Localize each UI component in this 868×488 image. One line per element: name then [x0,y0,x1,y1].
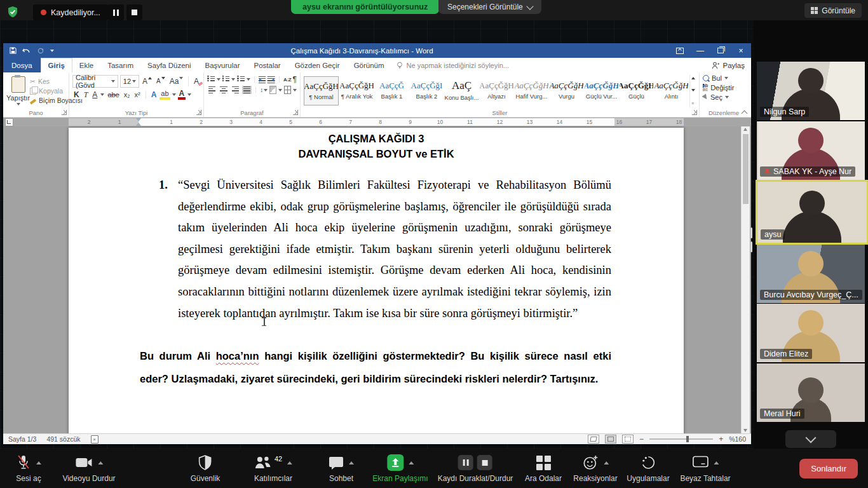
style-heading1[interactable]: AaÇçĞBaşlık 1 [375,76,409,104]
zoom-slider-thumb[interactable] [686,436,689,442]
participant-tile[interactable]: Nilgun Sarp [757,62,865,120]
vertical-scrollbar[interactable] [741,126,750,433]
caret-up-icon[interactable] [287,461,292,464]
show-paragraph-marks-icon[interactable]: ¶ [293,75,297,84]
style-heading2[interactable]: AaÇçĞğIBaşlık 2 [410,76,444,104]
share-button[interactable]: Paylaş [712,58,745,72]
view-button[interactable]: Görüntüle [804,3,862,18]
align-center-button[interactable] [219,86,228,94]
text-effects-button[interactable]: A [150,90,158,99]
scroll-participants-down-button[interactable] [785,430,836,448]
shading-button-icon[interactable] [269,86,276,94]
whiteboards-button[interactable]: Beyaz Tahtalar [680,453,730,483]
strikethrough-button[interactable]: abe [106,90,120,99]
tell-me-box[interactable]: Ne yapmak istediğinizi söyleyin... [397,58,509,72]
pause-stop-recording-button[interactable]: Kaydı Duraklat/Durdur [438,453,513,483]
panel-resize-handle[interactable] [750,227,752,252]
zoom-in-button[interactable]: + [719,435,723,444]
ruler[interactable]: 2 1 1 2 3 4 5 6 7 8 9 10 11 12 13 [3,118,751,126]
caret-up-icon[interactable] [349,461,354,464]
reactions-button[interactable]: Reaksiyonlar [573,453,617,483]
participant-tile-active-speaker[interactable]: aysu [756,180,868,245]
numbering-button-icon[interactable] [222,76,230,83]
chevron-down-icon[interactable] [293,89,297,92]
redo-button-icon[interactable] [37,47,44,54]
restore-button[interactable] [710,43,731,58]
change-case-button[interactable]: Aa [168,77,185,86]
bullets-button-icon[interactable] [207,76,215,83]
ruler-strip[interactable]: 2 1 1 2 3 4 5 6 7 8 9 10 11 12 13 [69,118,684,126]
qat-customize-icon[interactable] [50,50,54,52]
tab-ekle[interactable]: Ekle [72,58,100,72]
clear-formatting-button[interactable]: A [193,77,200,86]
zoom-slider[interactable] [649,438,713,440]
superscript-button[interactable]: x² [133,90,142,99]
underline-button[interactable]: A [91,90,98,99]
security-button[interactable]: Güvenlik [191,453,220,483]
share-screen-button[interactable]: Ekran Paylaşımı [372,453,428,483]
unmute-button[interactable]: Sesi aç [16,453,41,483]
sort-button-icon[interactable]: A↓Z [283,77,291,83]
font-color-button[interactable]: A [178,90,186,100]
word-count[interactable]: 491 sözcük [46,435,80,443]
find-button[interactable]: Bul [703,74,745,82]
participant-tile[interactable]: Burcu Avcıbay Vurgeç_Ç... [757,245,865,303]
subscript-button[interactable]: x₂ [123,90,132,99]
styles-scroll-down-icon[interactable] [691,89,695,92]
decrease-indent-icon[interactable] [259,76,266,83]
tab-postalar[interactable]: Postalar [247,58,287,72]
chevron-down-icon[interactable] [231,78,235,81]
increase-indent-icon[interactable] [268,76,275,83]
chat-button[interactable]: Sohbet [329,453,354,483]
style-quote[interactable]: AaÇçĞğHAlıntı [654,76,688,104]
caret-up-icon[interactable] [98,461,103,464]
read-mode-button[interactable] [588,435,599,444]
dialog-launcher-icon[interactable] [293,110,298,115]
apps-button[interactable]: Uygulamalar [627,453,669,483]
align-right-button[interactable] [231,86,240,94]
style-subtitle[interactable]: AaÇçĞğHAltyazı [480,76,513,104]
zoom-out-button[interactable]: − [639,435,644,444]
scroll-up-arrow-icon[interactable] [743,128,747,131]
shrink-font-button[interactable]: A [155,77,166,86]
tab-tasarim[interactable]: Tasarım [100,58,140,72]
paste-button[interactable]: Yapıştır [6,75,30,107]
dialog-launcher-icon[interactable] [692,110,697,115]
minimize-button[interactable]: — [690,43,710,58]
style-normal[interactable]: AaÇçĞğH¶ Normal [304,76,339,105]
tab-dosya[interactable]: Dosya [3,58,41,72]
tab-sayfa-duzeni[interactable]: Sayfa Düzeni [140,58,198,72]
encryption-shield-icon[interactable] [5,4,20,20]
style-intense-emphasis[interactable]: AaÇçĞğHGüçlü Vur... [585,76,618,104]
chevron-down-icon[interactable] [100,93,104,96]
justify-button[interactable] [242,86,252,94]
font-name-combo[interactable]: Calibri (Gövd [72,75,118,88]
participant-tile[interactable]: SABAK YK - Ayşe Nur [757,121,865,180]
caret-up-icon[interactable] [36,461,41,464]
italic-button[interactable]: T [83,90,90,99]
dialog-launcher-icon[interactable] [62,110,67,115]
scroll-down-arrow-icon[interactable] [743,429,747,432]
collapse-ribbon-button[interactable] [740,109,749,116]
tab-basvurular[interactable]: Başvurular [198,58,247,72]
breakout-rooms-button[interactable]: Ara Odalar [525,453,562,483]
undo-button-icon[interactable] [22,47,31,54]
chevron-down-icon[interactable] [278,89,282,92]
caret-up-icon[interactable] [604,461,609,464]
proofing-errors-icon[interactable]: × [91,435,98,444]
font-size-combo[interactable]: 12 [120,75,139,88]
replace-button[interactable]: abacDeğiştir [703,84,745,92]
stop-record-icon[interactable] [477,455,492,470]
paste-dropdown-icon[interactable] [17,103,20,105]
chevron-down-icon[interactable] [187,93,191,96]
indent-marker[interactable] [136,118,142,126]
pause-record-icon[interactable] [458,455,473,470]
line-spacing-button[interactable]: ↕ [260,86,268,93]
align-left-button[interactable] [207,86,217,94]
view-options-button[interactable]: Seçenekleri Görüntüle [438,0,541,14]
borders-button-icon[interactable] [284,86,291,94]
dialog-launcher-icon[interactable] [196,110,201,115]
styles-more-icon[interactable]: ≡ [691,101,695,105]
chevron-down-icon[interactable] [247,78,250,81]
style-subtle-emphasis[interactable]: AaÇçĞğHHafif Vurg... [515,76,548,104]
